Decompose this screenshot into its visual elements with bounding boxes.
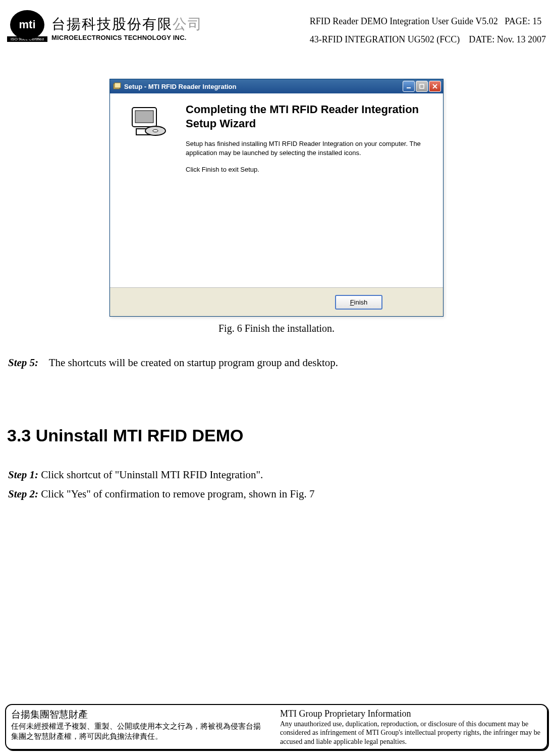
page-number: PAGE: 15 xyxy=(505,16,541,26)
company-cn-suffix: 公司 xyxy=(173,16,203,32)
window-controls xyxy=(403,81,441,92)
wizard-text-1: Setup has finished installing MTI RFID R… xyxy=(186,139,432,157)
figure-caption: Fig. 6 Finish the installation. xyxy=(218,323,335,334)
close-button[interactable] xyxy=(429,81,441,92)
finish-button[interactable]: Finish xyxy=(335,295,382,310)
setup-window: Setup - MTI RFID Reader Integration xyxy=(109,79,444,317)
uninstall-step-2: Step 2: Click "Yes" of confirmation to r… xyxy=(8,485,545,504)
uninstall-steps: Step 1: Click shortcut of "Uninstall MTI… xyxy=(5,466,548,504)
wizard-text-2: Click Finish to exit Setup. xyxy=(186,165,432,174)
company-name: 台揚科技股份有限公司 MICROELECTRONICS TECHNOLOGY I… xyxy=(51,15,203,41)
step-5-text: The shortcuts will be created on startup… xyxy=(49,357,338,369)
step-2-text: Click "Yes" of confirmation to remove pr… xyxy=(38,488,315,500)
doc-title: RFID Reader DEMO Integration User Guide … xyxy=(310,16,498,26)
company-name-cn: 台揚科技股份有限公司 xyxy=(51,15,203,34)
doc-date: DATE: Nov. 13 2007 xyxy=(469,34,546,44)
window-titlebar: Setup - MTI RFID Reader Integration xyxy=(110,79,443,93)
figure-6: Setup - MTI RFID Reader Integration xyxy=(5,79,548,334)
wizard-footer: Finish xyxy=(110,288,443,316)
svg-rect-1 xyxy=(115,83,121,88)
wizard-right-pane: Completing the MTI RFID Reader Integrati… xyxy=(186,103,432,278)
footer-left-title: 台揚集團智慧財產 xyxy=(11,708,266,721)
step-5-label: Step 5: xyxy=(8,357,38,369)
doc-code: 43-RFID INTEGRATION UG502 (FCC) xyxy=(310,34,460,44)
proprietary-footer: 台揚集團智慧財產 任何未經授權逕予複製、重製、公開或使用本文之行為，將被視為侵害… xyxy=(5,704,548,750)
finish-btn-hotkey: F xyxy=(350,298,354,306)
step-1-label: Step 1: xyxy=(8,469,38,481)
company-logo: mti ISO 9001 Certified xyxy=(7,10,47,45)
svg-point-10 xyxy=(153,130,158,132)
window-title: Setup - MTI RFID Reader Integration xyxy=(124,83,236,90)
section-heading-3-3: 3.3 Uninstall MTI RFID DEMO xyxy=(5,426,548,445)
minimize-button[interactable] xyxy=(403,81,415,92)
svg-rect-2 xyxy=(407,87,411,88)
header-meta: RFID Reader DEMO Integration User Guide … xyxy=(310,10,546,48)
wizard-left-pane xyxy=(110,103,186,278)
svg-rect-7 xyxy=(135,111,153,123)
step-2-label: Step 2: xyxy=(8,488,38,500)
maximize-button xyxy=(416,81,428,92)
installer-icon xyxy=(113,82,121,90)
footer-right-body: Any unauthorized use, duplication, repro… xyxy=(280,720,542,746)
finish-btn-text: inish xyxy=(354,298,368,306)
wizard-title: Completing the MTI RFID Reader Integrati… xyxy=(186,103,432,130)
wizard-body: Completing the MTI RFID Reader Integrati… xyxy=(110,93,443,288)
footer-right-title: MTI Group Proprietary Information xyxy=(280,708,542,720)
step-5: Step 5: The shortcuts will be created on… xyxy=(5,356,548,370)
computer-disc-icon xyxy=(129,106,167,138)
svg-rect-3 xyxy=(420,84,424,88)
logo-block: mti ISO 9001 Certified 台揚科技股份有限公司 MICROE… xyxy=(7,10,203,45)
logo-text: mti xyxy=(19,18,36,31)
footer-left: 台揚集團智慧財產 任何未經授權逕予複製、重製、公開或使用本文之行為，將被視為侵害… xyxy=(11,708,266,746)
logo-circle-icon: mti xyxy=(10,10,44,39)
company-name-en: MICROELECTRONICS TECHNOLOGY INC. xyxy=(51,34,203,41)
page-header: mti ISO 9001 Certified 台揚科技股份有限公司 MICROE… xyxy=(5,10,548,48)
uninstall-step-1: Step 1: Click shortcut of "Uninstall MTI… xyxy=(8,466,545,485)
footer-right: MTI Group Proprietary Information Any un… xyxy=(280,708,542,746)
footer-left-body: 任何未經授權逕予複製、重製、公開或使用本文之行為，將被視為侵害台揚集團之智慧財產… xyxy=(11,721,266,742)
company-cn-main: 台揚科技股份有限 xyxy=(51,16,173,32)
step-1-text: Click shortcut of "Uninstall MTI RFID In… xyxy=(38,469,263,481)
